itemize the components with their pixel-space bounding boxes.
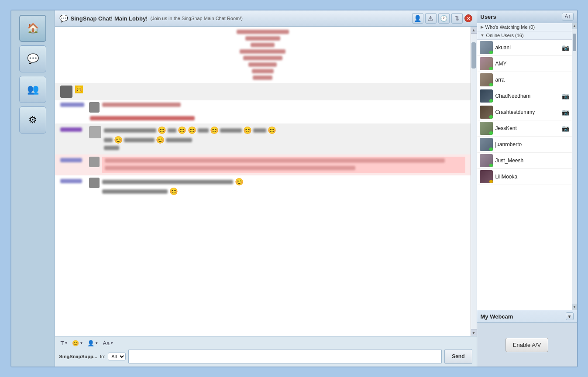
user-item-akuani[interactable]: akuani 📷 — [477, 40, 572, 56]
msg-avatar-2 — [60, 86, 72, 98]
font-icon: Aa — [103, 340, 110, 346]
user-item-lilimooka[interactable]: LiliMooka — [477, 169, 572, 185]
chat-messages-container[interactable]: 😊 — [55, 27, 471, 336]
sidebar-btn-home[interactable]: 🏠 — [19, 15, 46, 42]
msg-username-5 — [60, 126, 86, 133]
font-chevron: ▼ — [110, 341, 113, 345]
user-avatar-amy — [480, 57, 493, 70]
chat-message-group-1 — [55, 27, 471, 83]
msg-username-6 — [60, 157, 86, 164]
msg-content-3 — [102, 102, 465, 109]
chat-subtitle: (Join us in the SingSnap Main Chat Room!… — [150, 16, 243, 21]
chat-message-row-7: 😊 😊 — [55, 175, 471, 198]
toolbar-alert-btn[interactable]: ⚠ — [425, 13, 437, 24]
msg-username-7 — [60, 178, 86, 185]
msg-content-6 — [102, 157, 465, 173]
input-row: SingSnapSupp... to: All Send — [59, 349, 472, 364]
user-item-crashtestdummy[interactable]: Crashtestdummy 📷 — [477, 104, 572, 120]
app-container: 🏠 💬 👥 ⚙ 💬 SingSnap Chat! Main Lobby! (Jo… — [10, 10, 578, 367]
user-item-jesskent[interactable]: JessKent 📷 — [477, 120, 572, 137]
title-bar: 💬 SingSnap Chat! Main Lobby! (Join us in… — [55, 10, 477, 27]
user-item-arra[interactable]: arra — [477, 72, 572, 88]
user-name-jesskent: JessKent — [495, 125, 559, 131]
chat-scroll-area: 😊 — [55, 27, 477, 336]
users-title: Users — [481, 14, 496, 20]
title-bar-left: 💬 SingSnap Chat! Main Lobby! (Join us in… — [59, 14, 243, 23]
sidebar-btn-settings[interactable]: ⚙ — [19, 106, 46, 134]
msg-avatar-6 — [89, 157, 100, 167]
chat-message-row-5: 😊 😊 😊 😊 😊 😊 — [55, 123, 471, 154]
avatar-insert-chevron: ▼ — [95, 341, 98, 345]
chat-message-row-6 — [55, 154, 471, 175]
user-item-chadneedham[interactable]: ChadNeedham 📷 — [477, 88, 572, 104]
chat-input[interactable] — [128, 349, 442, 364]
user-name-just-meesh: Just_Meesh — [495, 158, 569, 164]
scroll-up-btn[interactable]: ▲ — [471, 27, 477, 34]
webcam-section: My Webcam ▼ Enable A/V — [477, 310, 577, 367]
webcam-icon-jesskent: 📷 — [562, 125, 569, 132]
user-avatar-juanroberto — [480, 138, 493, 151]
user-name-lilimooka: LiliMooka — [495, 174, 569, 180]
msg-content-5: 😊 😊 😊 😊 😊 😊 — [104, 126, 465, 152]
emoji-btn[interactable]: 😊 ▼ — [71, 339, 84, 347]
users-scroll-down[interactable]: ▼ — [572, 304, 577, 310]
sidebar-btn-users[interactable]: 👥 — [19, 76, 46, 103]
user-name-arra: arra — [495, 77, 569, 83]
who-watching-label: Who's Watching Me (0) — [485, 24, 535, 30]
webcam-title: My Webcam — [481, 313, 513, 320]
to-label: to: — [100, 354, 105, 359]
avatar-insert-icon: 👤 — [87, 340, 94, 346]
users-scroll-up[interactable]: ▲ — [572, 23, 577, 29]
toolbar-clock-btn[interactable]: 🕐 — [438, 13, 450, 24]
close-button[interactable]: ✕ — [464, 14, 472, 22]
text-format-btn[interactable]: T ▼ — [59, 339, 69, 347]
enable-av-button[interactable]: Enable A/V — [505, 338, 548, 352]
main-area: 💬 SingSnap Chat! Main Lobby! (Join us in… — [55, 10, 477, 367]
users-scroll-track[interactable] — [572, 29, 577, 304]
sender-label: SingSnapSupp... — [59, 354, 97, 359]
user-item-juanroberto[interactable]: juanroberto — [477, 137, 572, 153]
send-button[interactable]: Send — [444, 349, 472, 364]
scroll-down-btn[interactable]: ▼ — [471, 329, 477, 336]
msg-content-7: 😊 😊 — [102, 178, 465, 195]
avatar-insert-btn[interactable]: 👤 ▼ — [86, 339, 100, 347]
emoji-chevron: ▼ — [79, 341, 83, 345]
left-sidebar: 🏠 💬 👥 ⚙ — [11, 10, 55, 367]
user-item-just-meesh[interactable]: Just_Meesh — [477, 153, 572, 169]
user-name-akuani: akuani — [495, 45, 559, 51]
msg-avatar-3 — [89, 102, 100, 113]
online-users-section[interactable]: ▼ Online Users (16) — [477, 31, 572, 40]
webcam-icon-akuani: 📷 — [562, 44, 569, 51]
sidebar-btn-chat[interactable]: 💬 — [19, 45, 46, 72]
user-name-chadneedham: ChadNeedham — [495, 93, 559, 99]
to-select[interactable]: All — [108, 353, 126, 360]
chat-message-row-4 — [55, 114, 471, 123]
who-watching-arrow: ▶ — [481, 25, 484, 29]
webcam-collapse-btn[interactable]: ▼ — [566, 312, 574, 320]
font-btn[interactable]: Aa ▼ — [101, 339, 115, 347]
chat-message-row-3 — [55, 100, 471, 114]
users-list[interactable]: ▶ Who's Watching Me (0) ▼ Online Users (… — [477, 23, 572, 310]
users-scroll-thumb[interactable] — [573, 34, 576, 51]
user-avatar-chadneedham — [480, 89, 493, 103]
scroll-track[interactable] — [471, 34, 477, 329]
toolbar-profile-btn[interactable]: 👤 — [412, 13, 423, 24]
chat-title: SingSnap Chat! Main Lobby! — [71, 15, 148, 22]
toolbar-sort-btn[interactable]: ⇅ — [451, 13, 463, 24]
chat-message-row-2: 😊 — [55, 83, 471, 100]
who-watching-section[interactable]: ▶ Who's Watching Me (0) — [477, 23, 572, 31]
webcam-header: My Webcam ▼ — [477, 310, 577, 323]
scroll-thumb[interactable] — [471, 42, 476, 69]
msg-avatar-5 — [89, 126, 101, 138]
user-item-amy[interactable]: AMY- — [477, 56, 572, 72]
users-scrollbar[interactable]: ▲ ▼ — [572, 23, 577, 310]
user-name-amy: AMY- — [495, 61, 569, 67]
users-header: Users A↑ — [477, 10, 577, 23]
sort-button[interactable]: A↑ — [562, 13, 573, 21]
user-avatar-just-meesh — [480, 154, 493, 167]
msg-username-3 — [60, 102, 86, 108]
user-avatar-crashtestdummy — [480, 106, 493, 119]
right-panel: Users A↑ ▶ Who's Watching Me (0) ▼ Onlin… — [477, 10, 577, 367]
user-avatar-lilimooka — [480, 170, 493, 183]
chat-scrollbar[interactable]: ▲ ▼ — [471, 27, 477, 336]
